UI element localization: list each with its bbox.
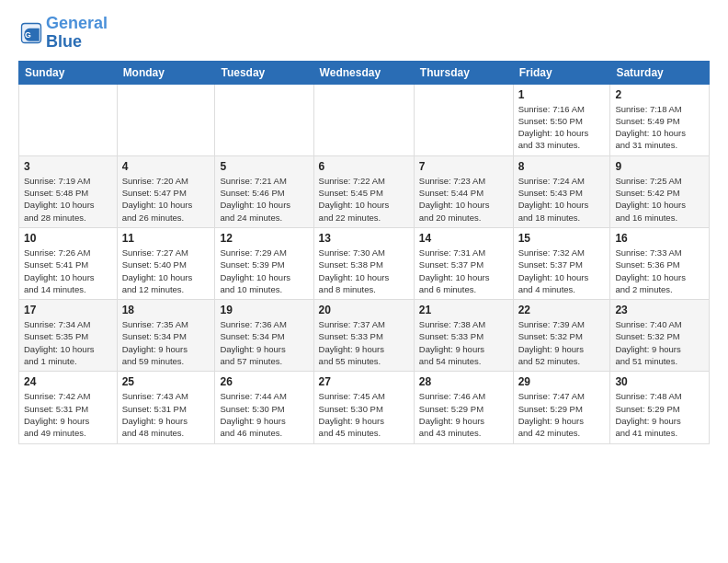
- day-info: Sunrise: 7:25 AM Sunset: 5:42 PM Dayligh…: [615, 175, 704, 224]
- day-number: 4: [122, 160, 210, 173]
- calendar-day-cell: 13Sunrise: 7:30 AM Sunset: 5:38 PM Dayli…: [313, 227, 414, 299]
- calendar-day-cell: 19Sunrise: 7:36 AM Sunset: 5:34 PM Dayli…: [215, 300, 313, 372]
- day-number: 29: [518, 375, 606, 388]
- logo-icon: G: [18, 20, 44, 46]
- calendar-day-cell: 24Sunrise: 7:42 AM Sunset: 5:31 PM Dayli…: [19, 372, 118, 443]
- day-number: 17: [24, 304, 112, 316]
- day-info: Sunrise: 7:45 AM Sunset: 5:30 PM Dayligh…: [319, 390, 409, 439]
- day-number: 22: [518, 304, 606, 316]
- day-info: Sunrise: 7:37 AM Sunset: 5:33 PM Dayligh…: [319, 318, 409, 367]
- header: G General Blue: [18, 15, 710, 52]
- calendar-day-cell: 12Sunrise: 7:29 AM Sunset: 5:39 PM Dayli…: [215, 227, 313, 299]
- calendar-day-cell: 30Sunrise: 7:48 AM Sunset: 5:29 PM Dayli…: [610, 372, 710, 443]
- day-info: Sunrise: 7:47 AM Sunset: 5:29 PM Dayligh…: [518, 390, 606, 439]
- calendar-day-cell: 29Sunrise: 7:47 AM Sunset: 5:29 PM Dayli…: [513, 372, 610, 443]
- calendar-day-cell: 21Sunrise: 7:38 AM Sunset: 5:33 PM Dayli…: [414, 300, 513, 372]
- calendar-day-cell: 14Sunrise: 7:31 AM Sunset: 5:37 PM Dayli…: [414, 227, 513, 299]
- day-number: 5: [220, 160, 308, 173]
- day-info: Sunrise: 7:38 AM Sunset: 5:33 PM Dayligh…: [419, 318, 508, 367]
- day-number: 8: [518, 160, 606, 173]
- calendar-day-cell: [19, 84, 118, 155]
- calendar-day-cell: 2Sunrise: 7:18 AM Sunset: 5:49 PM Daylig…: [610, 84, 710, 155]
- calendar-day-header: Monday: [117, 61, 215, 84]
- day-info: Sunrise: 7:31 AM Sunset: 5:37 PM Dayligh…: [419, 247, 508, 295]
- day-number: 14: [419, 232, 508, 245]
- day-number: 10: [24, 232, 112, 245]
- calendar-week-row: 17Sunrise: 7:34 AM Sunset: 5:35 PM Dayli…: [19, 300, 710, 372]
- calendar-day-cell: 6Sunrise: 7:22 AM Sunset: 5:45 PM Daylig…: [313, 155, 414, 227]
- day-info: Sunrise: 7:34 AM Sunset: 5:35 PM Dayligh…: [24, 318, 112, 367]
- day-info: Sunrise: 7:20 AM Sunset: 5:47 PM Dayligh…: [122, 175, 210, 224]
- calendar-day-cell: 10Sunrise: 7:26 AM Sunset: 5:41 PM Dayli…: [19, 227, 118, 299]
- calendar-day-cell: 7Sunrise: 7:23 AM Sunset: 5:44 PM Daylig…: [414, 155, 513, 227]
- day-number: 20: [319, 304, 409, 316]
- calendar-table: SundayMondayTuesdayWednesdayThursdayFrid…: [18, 61, 710, 444]
- day-number: 6: [319, 160, 409, 173]
- day-info: Sunrise: 7:23 AM Sunset: 5:44 PM Dayligh…: [419, 175, 508, 224]
- calendar-day-cell: 18Sunrise: 7:35 AM Sunset: 5:34 PM Dayli…: [117, 300, 215, 372]
- day-info: Sunrise: 7:27 AM Sunset: 5:40 PM Dayligh…: [122, 247, 210, 295]
- day-info: Sunrise: 7:32 AM Sunset: 5:37 PM Dayligh…: [518, 247, 606, 295]
- calendar-day-header: Tuesday: [215, 61, 313, 84]
- day-number: 25: [122, 375, 210, 388]
- calendar-day-cell: 4Sunrise: 7:20 AM Sunset: 5:47 PM Daylig…: [117, 155, 215, 227]
- calendar-day-cell: [117, 84, 215, 155]
- day-number: 13: [319, 232, 409, 245]
- calendar-day-cell: 20Sunrise: 7:37 AM Sunset: 5:33 PM Dayli…: [313, 300, 414, 372]
- day-number: 27: [319, 375, 409, 388]
- calendar-day-cell: 22Sunrise: 7:39 AM Sunset: 5:32 PM Dayli…: [513, 300, 610, 372]
- calendar-day-header: Thursday: [414, 61, 513, 84]
- day-number: 1: [518, 88, 606, 101]
- calendar-day-header: Sunday: [19, 61, 118, 84]
- day-info: Sunrise: 7:35 AM Sunset: 5:34 PM Dayligh…: [122, 318, 210, 367]
- day-number: 9: [615, 160, 704, 173]
- day-info: Sunrise: 7:18 AM Sunset: 5:49 PM Dayligh…: [615, 103, 704, 152]
- calendar-week-row: 10Sunrise: 7:26 AM Sunset: 5:41 PM Dayli…: [19, 227, 710, 299]
- calendar-day-cell: 16Sunrise: 7:33 AM Sunset: 5:36 PM Dayli…: [610, 227, 710, 299]
- calendar-day-cell: 17Sunrise: 7:34 AM Sunset: 5:35 PM Dayli…: [19, 300, 118, 372]
- day-info: Sunrise: 7:19 AM Sunset: 5:48 PM Dayligh…: [24, 175, 112, 224]
- day-info: Sunrise: 7:48 AM Sunset: 5:29 PM Dayligh…: [615, 390, 704, 439]
- calendar-day-cell: [414, 84, 513, 155]
- day-info: Sunrise: 7:46 AM Sunset: 5:29 PM Dayligh…: [419, 390, 508, 439]
- calendar-day-cell: 15Sunrise: 7:32 AM Sunset: 5:37 PM Dayli…: [513, 227, 610, 299]
- day-info: Sunrise: 7:29 AM Sunset: 5:39 PM Dayligh…: [220, 247, 308, 295]
- day-info: Sunrise: 7:21 AM Sunset: 5:46 PM Dayligh…: [220, 175, 308, 224]
- day-number: 2: [615, 88, 704, 101]
- day-number: 11: [122, 232, 210, 245]
- day-info: Sunrise: 7:26 AM Sunset: 5:41 PM Dayligh…: [24, 247, 112, 295]
- calendar-day-cell: 27Sunrise: 7:45 AM Sunset: 5:30 PM Dayli…: [313, 372, 414, 443]
- calendar-day-cell: 25Sunrise: 7:43 AM Sunset: 5:31 PM Dayli…: [117, 372, 215, 443]
- day-number: 3: [24, 160, 112, 173]
- day-info: Sunrise: 7:24 AM Sunset: 5:43 PM Dayligh…: [518, 175, 606, 224]
- day-number: 24: [24, 375, 112, 388]
- day-number: 30: [615, 375, 704, 388]
- calendar-day-header: Saturday: [610, 61, 710, 84]
- day-number: 18: [122, 304, 210, 316]
- day-number: 12: [220, 232, 308, 245]
- day-info: Sunrise: 7:44 AM Sunset: 5:30 PM Dayligh…: [220, 390, 308, 439]
- day-number: 7: [419, 160, 508, 173]
- calendar-day-cell: [215, 84, 313, 155]
- calendar-day-cell: 28Sunrise: 7:46 AM Sunset: 5:29 PM Dayli…: [414, 372, 513, 443]
- day-info: Sunrise: 7:43 AM Sunset: 5:31 PM Dayligh…: [122, 390, 210, 439]
- calendar-day-cell: 11Sunrise: 7:27 AM Sunset: 5:40 PM Dayli…: [117, 227, 215, 299]
- page-container: G General Blue SundayMondayTuesdayWednes…: [0, 0, 728, 454]
- day-info: Sunrise: 7:16 AM Sunset: 5:50 PM Dayligh…: [518, 103, 606, 152]
- day-number: 21: [419, 304, 508, 316]
- day-number: 28: [419, 375, 508, 388]
- day-info: Sunrise: 7:30 AM Sunset: 5:38 PM Dayligh…: [319, 247, 409, 295]
- calendar-day-cell: [313, 84, 414, 155]
- day-info: Sunrise: 7:40 AM Sunset: 5:32 PM Dayligh…: [615, 318, 704, 367]
- calendar-day-cell: 1Sunrise: 7:16 AM Sunset: 5:50 PM Daylig…: [513, 84, 610, 155]
- calendar-header-row: SundayMondayTuesdayWednesdayThursdayFrid…: [19, 61, 710, 84]
- svg-text:G: G: [25, 30, 31, 40]
- calendar-day-cell: 23Sunrise: 7:40 AM Sunset: 5:32 PM Dayli…: [610, 300, 710, 372]
- day-info: Sunrise: 7:22 AM Sunset: 5:45 PM Dayligh…: [319, 175, 409, 224]
- calendar-day-cell: 5Sunrise: 7:21 AM Sunset: 5:46 PM Daylig…: [215, 155, 313, 227]
- day-info: Sunrise: 7:33 AM Sunset: 5:36 PM Dayligh…: [615, 247, 704, 295]
- logo: G General Blue: [18, 15, 108, 52]
- day-info: Sunrise: 7:39 AM Sunset: 5:32 PM Dayligh…: [518, 318, 606, 367]
- day-number: 15: [518, 232, 606, 245]
- day-number: 19: [220, 304, 308, 316]
